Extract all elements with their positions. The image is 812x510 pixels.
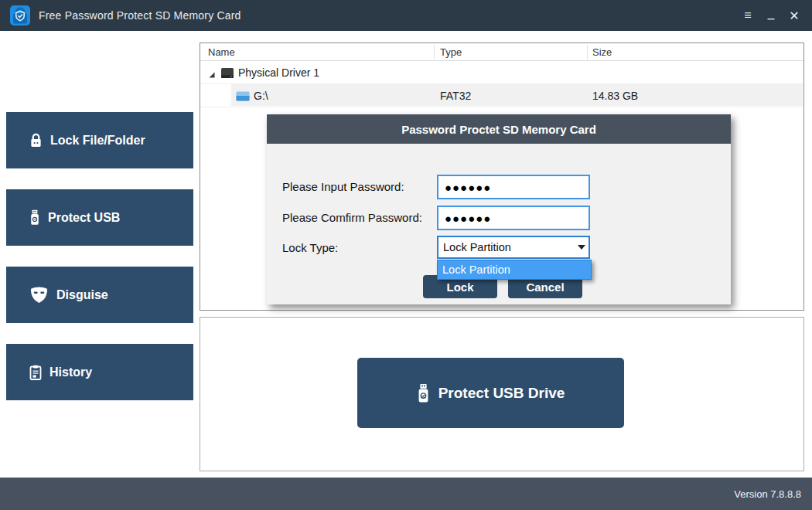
protect-usb-drive-button[interactable]: Protect USB Drive (357, 358, 624, 428)
dialog-titlebar: Password Proctet SD Memory Card (267, 114, 731, 144)
sidebar-item-lock-file-folder[interactable]: Lock File/Folder (6, 112, 193, 168)
mask-icon (29, 287, 49, 304)
password-dialog: Password Proctet SD Memory Card Please I… (267, 114, 731, 304)
tree-expander-icon[interactable] (208, 69, 216, 76)
column-header-type[interactable]: Type (440, 43, 462, 61)
lock-type-row: Lock Type: Lock Partition Lock Partition (282, 236, 715, 260)
window-title: Free Password Protect SD Memory Card (39, 9, 241, 22)
sidebar-item-label: History (49, 366, 92, 379)
column-divider (587, 45, 588, 60)
usb-icon (29, 209, 40, 226)
dropdown-arrow-button[interactable] (574, 237, 589, 257)
column-divider (434, 45, 435, 60)
lock-type-label: Lock Type: (282, 236, 338, 260)
status-bar: Version 7.8.8.8 (0, 478, 812, 510)
chevron-down-icon (578, 245, 585, 250)
sidebar-item-label: Disguise (56, 288, 108, 302)
minimize-icon[interactable]: – (759, 4, 783, 27)
menu-icon[interactable]: ≡ (736, 4, 759, 27)
sidebar-item-label: Protect USB (48, 211, 120, 225)
usb-icon (417, 383, 430, 403)
sidebar-item-disguise[interactable]: Disguise (6, 267, 193, 323)
app-window: Free Password Protect SD Memory Card ≡ –… (0, 0, 812, 510)
sidebar-item-history[interactable]: History (6, 344, 193, 400)
input-password-row: Please Input Password: (282, 175, 715, 199)
close-icon[interactable]: ✕ (783, 4, 806, 27)
input-password-field[interactable] (437, 175, 590, 199)
partition-drive-icon (236, 91, 250, 101)
lock-type-dropdown[interactable]: Lock Partition (437, 236, 590, 259)
input-password-label: Please Input Password: (282, 175, 404, 199)
sidebar-item-protect-usb[interactable]: Protect USB (6, 189, 193, 246)
table-header: Name Type Size (200, 43, 803, 61)
partition-name: G:\ (254, 84, 268, 107)
titlebar: Free Password Protect SD Memory Card ≡ –… (0, 0, 812, 31)
lock-type-option-list: Lock Partition (437, 260, 592, 280)
dialog-title: Password Proctet SD Memory Card (401, 123, 596, 136)
table-row-physical-driver[interactable]: Physical Driver 1 (200, 61, 803, 84)
lock-icon (29, 133, 43, 148)
column-header-size[interactable]: Size (592, 43, 612, 61)
sidebar-item-label: Lock File/Folder (50, 134, 145, 148)
version-label: Version 7.8.8.8 (734, 488, 801, 500)
app-logo-icon (9, 5, 31, 26)
history-icon (29, 365, 42, 380)
confirm-password-field[interactable] (437, 206, 590, 230)
lock-type-option[interactable]: Lock Partition (438, 260, 591, 279)
protect-usb-drive-label: Protect USB Drive (438, 385, 565, 402)
partition-size: 14.83 GB (592, 84, 638, 107)
hard-drive-icon (220, 67, 234, 79)
column-header-name[interactable]: Name (208, 43, 235, 61)
window-controls: ≡ – ✕ (736, 4, 806, 27)
table-row-partition-g[interactable]: G:\ FAT32 14.83 GB (200, 84, 803, 107)
selected-row-highlight (231, 84, 803, 106)
confirm-password-row: Please Comfirm Password: (282, 206, 715, 230)
confirm-password-label: Please Comfirm Password: (282, 206, 422, 230)
lock-type-selected-value: Lock Partition (438, 241, 574, 253)
drive-name: Physical Driver 1 (238, 61, 319, 84)
partition-type: FAT32 (440, 84, 471, 107)
